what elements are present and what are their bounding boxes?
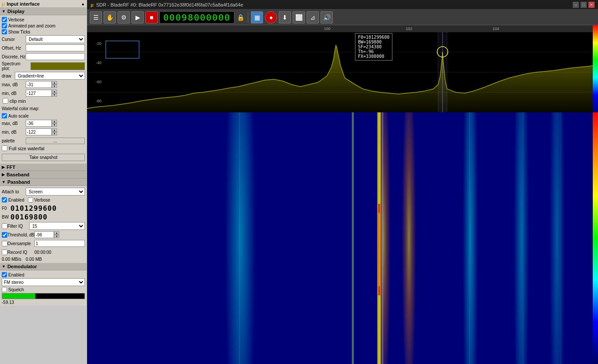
section-demodulator[interactable]: ▼ Demodulator xyxy=(0,263,87,270)
oversample-row: Oversample xyxy=(2,239,85,247)
minimize-button[interactable]: ─ xyxy=(573,2,579,8)
section-baseband-arrow: ▶ xyxy=(2,172,5,177)
spectrum-button[interactable]: ▦ xyxy=(251,11,263,24)
animated-pan-row: Animated pan and zoom xyxy=(2,23,85,28)
auto-scale-checkbox[interactable] xyxy=(2,113,7,118)
section-display-content: Verbose Animated pan and zoom Show Ticks… xyxy=(0,15,87,164)
auto-scale-row: Auto scale xyxy=(2,113,85,118)
oversample-checkbox[interactable] xyxy=(2,241,7,246)
section-passband[interactable]: ▼ Passband xyxy=(0,179,87,186)
filter-iq-select[interactable]: 15 xyxy=(29,222,85,230)
max-db-spinbox: ▲ ▼ xyxy=(26,81,57,88)
section-fft[interactable]: ▶ FFT xyxy=(0,164,87,171)
threshold-up[interactable]: ▲ xyxy=(54,231,59,235)
cursor-label: Cursor xyxy=(2,37,26,42)
attach-to-select[interactable]: Screen xyxy=(26,188,85,195)
maximize-button[interactable]: □ xyxy=(581,2,587,8)
section-display[interactable]: ▼ Display xyxy=(0,8,87,15)
settings-button[interactable]: ⚙ xyxy=(118,11,130,24)
lock-icon[interactable]: 🔒 xyxy=(237,14,244,21)
sdr-title-bar: μ SDR - BladeRF #0: BladeRF 0x77162e38f0… xyxy=(87,0,598,10)
download-button[interactable]: ⬇ xyxy=(279,11,291,24)
wf-max-db-up[interactable]: ▲ xyxy=(52,120,57,123)
wf-max-db-down[interactable]: ▼ xyxy=(52,123,57,127)
spectrum-container[interactable]: 100 102 104 -20 -40 -60 -80 xyxy=(87,25,598,112)
full-size-label: Full size waterfal xyxy=(9,146,44,151)
record-iq-checkbox[interactable] xyxy=(2,249,7,255)
bw-value: 00169800 xyxy=(10,213,47,221)
min-db-down[interactable]: ▼ xyxy=(52,93,57,97)
audio-button[interactable]: 🔊 xyxy=(321,11,333,24)
squelch-bar-container[interactable] xyxy=(2,293,85,299)
show-ticks-checkbox[interactable] xyxy=(2,29,7,34)
demod-enabled-checkbox[interactable] xyxy=(2,272,7,277)
filter-iq-checkbox[interactable] xyxy=(2,223,7,229)
demod-mode-select[interactable]: FM stereo xyxy=(2,278,85,286)
squelch-bar-fill xyxy=(2,293,35,299)
max-db-up[interactable]: ▲ xyxy=(52,81,57,84)
record-button[interactable]: ● xyxy=(265,11,277,24)
oversample-label: Oversample xyxy=(7,241,34,246)
snapshot-button[interactable]: Take snapshot xyxy=(2,154,85,161)
sdr-title-icon: μ xyxy=(91,2,94,7)
demod-enabled-label: Enabled xyxy=(8,273,24,277)
show-ticks-row: Show Ticks xyxy=(2,29,85,34)
waterfall-container[interactable] xyxy=(87,112,598,364)
menu-button[interactable]: ☰ xyxy=(90,11,102,24)
frequency-display[interactable]: 00098000000 xyxy=(159,11,234,24)
filter-button[interactable]: ⊿ xyxy=(307,11,319,24)
passband-enabled-row: Enabled xyxy=(2,197,24,202)
discrete-input[interactable]: 100 xyxy=(26,53,85,60)
passband-verbose-checkbox[interactable] xyxy=(28,197,33,202)
section-demodulator-arrow: ▼ xyxy=(2,264,6,269)
min-db-input[interactable] xyxy=(26,90,52,97)
close-button[interactable]: ✕ xyxy=(588,2,595,8)
animated-pan-checkbox[interactable] xyxy=(2,23,7,28)
wf-max-db-input[interactable] xyxy=(26,120,52,127)
spectrum-color-box[interactable] xyxy=(30,62,85,70)
max-db-down[interactable]: ▼ xyxy=(52,84,57,88)
stop-button[interactable]: ■ xyxy=(145,11,158,24)
palette-button[interactable]: ... xyxy=(26,138,85,144)
verbose-label: Verbose xyxy=(8,17,24,22)
animated-pan-label: Animated pan and zoom xyxy=(8,24,55,28)
section-display-arrow: ▼ xyxy=(2,9,6,13)
squelch-checkbox[interactable] xyxy=(2,287,7,292)
bw-value-row: BW 00169800 xyxy=(2,213,85,221)
play-button[interactable]: ▶ xyxy=(132,11,144,24)
freq-axis: 100 102 104 xyxy=(87,25,598,32)
full-size-checkbox[interactable] xyxy=(2,145,7,151)
offset-input[interactable]: 0 xyxy=(26,44,85,51)
attach-to-label: Attach to xyxy=(2,189,26,194)
svg-rect-3 xyxy=(106,41,139,58)
passband-enabled-checkbox[interactable] xyxy=(2,197,7,202)
waterfall-svg xyxy=(87,112,598,364)
sidebar-scroll-up[interactable]: ▲ xyxy=(81,2,85,6)
sdr-toolbar: ☰ ✋ ⚙ ▶ ■ 00098000000 🔒 ▦ ● ⬇ ⬜ ⊿ 🔊 xyxy=(87,10,598,25)
section-baseband[interactable]: ▶ Baseband xyxy=(0,171,87,179)
wf-min-db-down[interactable]: ▼ xyxy=(52,132,57,135)
max-db-input[interactable] xyxy=(26,81,52,88)
threshold-checkbox[interactable] xyxy=(2,232,7,238)
sdr-title-controls: ─ □ ✕ xyxy=(573,2,595,8)
wf-min-db-input[interactable] xyxy=(26,128,52,135)
frame-button[interactable]: ⬜ xyxy=(293,11,305,24)
draw-select[interactable]: Gradient+line xyxy=(15,72,85,80)
record-iq-time: 00:00:00 xyxy=(34,250,51,255)
threshold-down[interactable]: ▼ xyxy=(54,235,59,238)
cursor-select[interactable]: Default xyxy=(26,35,85,43)
full-size-row: Full size waterfal xyxy=(2,145,85,151)
min-db-row: min, dB ▲ ▼ xyxy=(2,89,85,97)
verbose-checkbox[interactable] xyxy=(2,17,7,22)
section-passband-content: Attach to Screen Enabled Verbose xyxy=(0,186,87,263)
hand-button[interactable]: ✋ xyxy=(104,11,116,24)
min-db-up[interactable]: ▲ xyxy=(52,90,57,93)
wf-min-db-row: min, dB ▲ ▼ xyxy=(2,128,85,136)
threshold-input[interactable] xyxy=(34,231,54,238)
svg-rect-8 xyxy=(438,32,447,112)
demod-enabled-row: Enabled xyxy=(2,272,85,277)
wf-min-db-up[interactable]: ▲ xyxy=(52,128,57,132)
spectrum-plot-row: Spectrum plot: xyxy=(2,61,85,71)
clip-min-checkbox[interactable] xyxy=(3,98,8,104)
oversample-input[interactable] xyxy=(34,240,85,247)
